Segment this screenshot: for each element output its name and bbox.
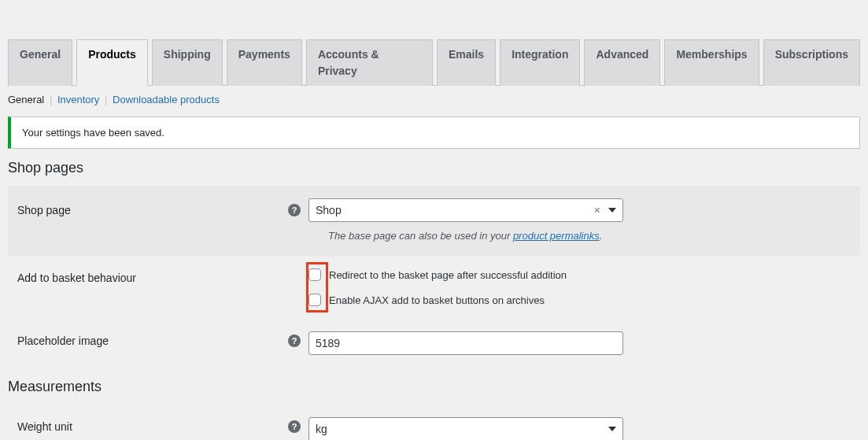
tab-shipping[interactable]: Shipping [152,39,223,86]
help-icon[interactable]: ? [288,204,301,216]
clear-icon[interactable]: × [591,204,604,216]
shop-page-row: Shop page ? Shop × The base page can als… [8,186,860,256]
tab-subscriptions[interactable]: Subscriptions [763,39,860,86]
weight-unit-label: Weight unit [17,420,72,433]
success-notice: Your settings have been saved. [8,116,860,149]
chevron-down-icon [608,427,616,431]
subnav-downloadable[interactable]: Downloadable products [113,94,220,105]
weight-unit-row: Weight unit ? kg [8,405,860,440]
products-subnav: General | Inventory | Downloadable produ… [8,86,860,112]
tab-advanced[interactable]: Advanced [584,39,660,86]
redirect-checkbox[interactable] [308,268,321,281]
shop-page-value: Shop [316,204,342,216]
tab-integration[interactable]: Integration [500,39,580,86]
chevron-down-icon [608,208,616,213]
weight-unit-value: kg [316,423,327,435]
tab-products[interactable]: Products [76,39,148,86]
ajax-label: Enable AJAX add to basket buttons on arc… [329,294,545,306]
redirect-label: Redirect to the basket page after succes… [329,269,567,281]
placeholder-image-input[interactable] [308,331,623,355]
product-permalinks-link[interactable]: product permalinks [513,230,600,242]
ajax-checkbox[interactable] [308,294,321,306]
tab-payments[interactable]: Payments [227,39,302,86]
placeholder-image-label: Placeholder image [17,335,109,347]
help-icon[interactable]: ? [288,420,301,433]
notice-text: Your settings have been saved. [22,127,164,139]
subnav-inventory[interactable]: Inventory [57,94,99,105]
weight-unit-select[interactable]: kg [308,417,623,440]
tab-emails[interactable]: Emails [437,39,496,86]
add-to-basket-label: Add to basket behaviour [17,272,136,284]
shop-page-desc: The base page can also be used in your p… [328,230,851,242]
tab-memberships[interactable]: Memberships [664,39,759,86]
tab-accounts-privacy[interactable]: Accounts & Privacy [306,39,433,86]
tab-general[interactable]: General [8,39,72,86]
add-to-basket-row: Add to basket behaviour Redirect to the … [8,256,860,319]
subnav-general[interactable]: General [8,94,44,105]
shop-page-label: Shop page [17,204,71,216]
section-measurements: Measurements [8,379,860,395]
section-shop-pages: Shop pages [8,160,860,176]
help-icon[interactable]: ? [288,335,301,347]
settings-tabs: General Products Shipping Payments Accou… [8,8,860,86]
shop-page-select[interactable]: Shop × [308,198,623,222]
placeholder-image-row: Placeholder image ? [8,319,860,368]
